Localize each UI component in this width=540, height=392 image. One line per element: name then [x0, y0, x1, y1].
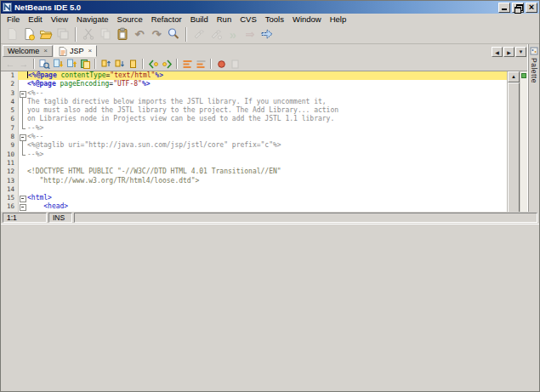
code-line[interactable]: 14: [1, 185, 507, 194]
cut-button[interactable]: [80, 26, 97, 43]
netbeans-window: NetBeans IDE 5.0 × FileEditViewNavigateS…: [0, 0, 540, 392]
code-line[interactable]: 1<%@page contentType="text/html"%>: [1, 71, 507, 80]
close-button[interactable]: ×: [526, 3, 537, 13]
fold-margin: [18, 141, 27, 150]
menu-navigate[interactable]: Navigate: [72, 14, 113, 24]
code-line[interactable]: 7--%>: [1, 124, 507, 133]
stop-macro-recording-button[interactable]: [228, 58, 242, 71]
fold-margin: [18, 185, 27, 194]
fold-margin: [18, 159, 27, 168]
build-project-button[interactable]: [190, 26, 207, 43]
code-line[interactable]: 2<%@page pageEncoding="UTF-8"%>: [1, 80, 507, 88]
fold-toggle-icon[interactable]: [18, 133, 27, 141]
find-previous-button[interactable]: [65, 58, 78, 71]
save-all-button[interactable]: [54, 26, 71, 43]
forward-button[interactable]: →: [17, 58, 31, 71]
run-project-button[interactable]: »: [225, 26, 242, 43]
toolbar-separator: [33, 59, 35, 69]
comment-button[interactable]: [180, 58, 194, 71]
fold-toggle-icon[interactable]: [18, 202, 27, 211]
toolbar-separator: [176, 59, 178, 69]
toggle-bookmark-button[interactable]: [126, 58, 139, 71]
menu-cvs[interactable]: CVS: [236, 14, 261, 24]
paste-button[interactable]: [114, 26, 131, 43]
scroll-up-button[interactable]: ▲: [508, 71, 520, 82]
shift-left-button[interactable]: [146, 58, 160, 71]
main-toolbar: ↶↷»⇒: [1, 25, 539, 44]
menu-edit[interactable]: Edit: [24, 14, 46, 24]
shift-right-button[interactable]: [160, 58, 173, 71]
line-number: 5: [1, 106, 18, 115]
clean-build-button[interactable]: [207, 26, 225, 43]
debug-project-button[interactable]: [259, 26, 276, 43]
code-line[interactable]: 8<%--: [1, 133, 507, 141]
code-line[interactable]: 10--%>: [1, 151, 507, 159]
tab-jsp[interactable]: JSP×: [54, 45, 97, 57]
code-text: --%>: [27, 151, 507, 159]
new-project-button[interactable]: [3, 26, 20, 43]
jsp-file-icon: [59, 47, 67, 56]
menu-refactor[interactable]: Refactor: [147, 14, 186, 24]
code-text: The taglib directive below imports the J…: [27, 98, 507, 106]
code-line[interactable]: 5you must also add the JSTL library to t…: [1, 106, 507, 115]
code-line[interactable]: 4The taglib directive below imports the …: [1, 98, 507, 106]
find-next-button[interactable]: [51, 58, 65, 71]
tab-close-icon[interactable]: ×: [43, 48, 48, 54]
back-button[interactable]: ←: [3, 58, 17, 71]
menu-file[interactable]: File: [3, 14, 24, 24]
code-line[interactable]: 12<!DOCTYPE HTML PUBLIC "-//W3C//DTD HTM…: [1, 168, 507, 176]
menu-tools[interactable]: Tools: [261, 14, 288, 24]
code-line[interactable]: 11: [1, 159, 507, 168]
find-selection-button[interactable]: [37, 58, 51, 71]
tab-welcome[interactable]: Welcome×: [3, 45, 53, 57]
previous-bookmark-button[interactable]: [99, 58, 112, 71]
scroll-tabs-right-button[interactable]: ▶: [503, 47, 514, 57]
menu-run[interactable]: Run: [213, 14, 236, 24]
code-text: <%--: [27, 89, 507, 98]
tab-list-dropdown-button[interactable]: ▼: [515, 47, 526, 57]
copy-button[interactable]: [97, 26, 114, 43]
code-line[interactable]: 3<%--: [1, 89, 507, 98]
toggle-highlight-button[interactable]: [78, 58, 92, 71]
new-file-button[interactable]: [20, 26, 37, 43]
code-line[interactable]: 9<%@taglib uri="http://java.sun.com/jsp/…: [1, 141, 507, 150]
open-project-button[interactable]: [37, 26, 54, 43]
menu-window[interactable]: Window: [288, 14, 326, 24]
code-line[interactable]: 6on Libraries node in Projects view can …: [1, 115, 507, 123]
menu-source[interactable]: Source: [113, 14, 147, 24]
line-number: 13: [1, 177, 18, 185]
line-number: 2: [1, 80, 18, 88]
palette-label: Palette: [530, 58, 538, 83]
editor-tab-bar: Welcome×JSP× ◀▶▼: [1, 44, 527, 57]
code-line[interactable]: 15<html>: [1, 194, 507, 202]
fold-margin: [18, 168, 27, 176]
fold-margin: [18, 115, 27, 123]
error-stripe: [520, 71, 527, 212]
uncomment-button[interactable]: [194, 58, 207, 71]
run-file-button[interactable]: ⇒: [242, 26, 259, 43]
code-editor[interactable]: 1<%@page contentType="text/html"%>2<%@pa…: [1, 71, 507, 212]
menu-view[interactable]: View: [47, 14, 72, 24]
line-number: 4: [1, 98, 18, 106]
status-bar: 1:1 INS: [1, 212, 539, 224]
start-macro-recording-button[interactable]: [214, 58, 228, 71]
find-button[interactable]: [165, 26, 182, 43]
netbeans-logo-icon: [3, 3, 12, 12]
scroll-tabs-left-button[interactable]: ◀: [492, 47, 503, 57]
vertical-scrollbar: ▲ ▼: [507, 71, 520, 212]
tab-close-icon[interactable]: ×: [88, 48, 93, 54]
menu-help[interactable]: Help: [326, 14, 351, 24]
fold-toggle-icon[interactable]: [18, 89, 27, 98]
menu-build[interactable]: Build: [186, 14, 213, 24]
redo-button[interactable]: ↷: [148, 26, 165, 43]
status-message: [74, 213, 537, 223]
restore-button[interactable]: [512, 3, 524, 13]
next-bookmark-button[interactable]: [112, 58, 126, 71]
fold-toggle-icon[interactable]: [18, 194, 27, 202]
line-number: 16: [1, 202, 18, 211]
undo-button[interactable]: ↶: [131, 26, 148, 43]
minimize-button[interactable]: [498, 3, 510, 13]
code-line[interactable]: 16 <head>: [1, 202, 507, 211]
code-line[interactable]: 13 "http://www.w3.org/TR/html4/loose.dtd…: [1, 177, 507, 185]
palette-docked-tab[interactable]: Palette: [527, 44, 539, 212]
